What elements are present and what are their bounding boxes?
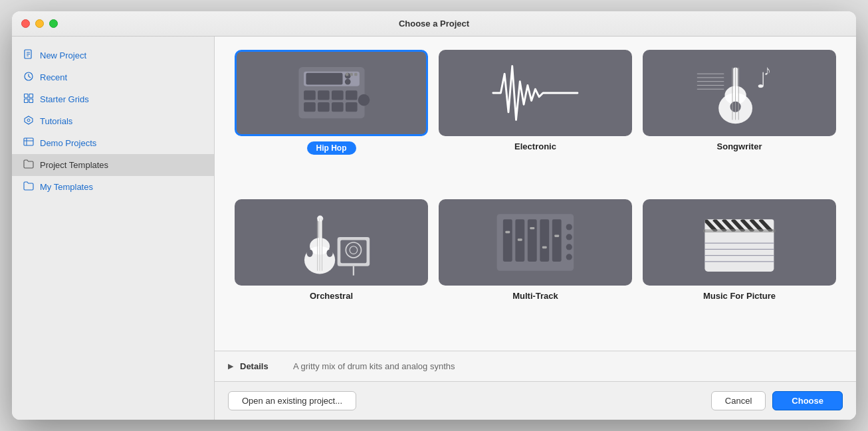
- svg-rect-26: [332, 102, 344, 112]
- svg-point-19: [344, 79, 350, 85]
- template-thumb-electronic: [439, 50, 632, 136]
- sidebar-item-tutorials[interactable]: Tutorials: [12, 110, 214, 132]
- svg-rect-69: [552, 219, 562, 262]
- svg-rect-75: [705, 229, 774, 272]
- svg-point-11: [27, 119, 30, 122]
- details-chevron-icon[interactable]: ▶: [228, 362, 233, 371]
- starter-grids-icon: [23, 93, 35, 106]
- title-bar: Choose a Project: [12, 11, 856, 37]
- svg-rect-61: [503, 219, 512, 262]
- template-label-songwriter: Songwriter: [717, 141, 762, 151]
- template-electronic[interactable]: Electronic: [439, 50, 632, 189]
- window-title: Choose a Project: [399, 19, 469, 29]
- svg-point-74: [566, 254, 572, 260]
- details-label: Details: [240, 361, 286, 371]
- svg-rect-68: [542, 246, 547, 248]
- sidebar-item-new-project[interactable]: New Project: [12, 44, 214, 66]
- svg-rect-7: [25, 94, 29, 98]
- svg-rect-56: [340, 240, 366, 263]
- content-area: New Project Recent: [12, 37, 856, 420]
- details-bar: ▶ Details A gritty mix of drum kits and …: [215, 351, 856, 381]
- svg-rect-23: [345, 91, 357, 100]
- new-project-icon: [23, 49, 35, 62]
- template-thumb-music-for-picture: [643, 199, 836, 286]
- svg-rect-31: [354, 73, 357, 76]
- svg-rect-9: [25, 99, 29, 103]
- svg-rect-20: [304, 91, 316, 100]
- svg-rect-17: [306, 73, 342, 85]
- svg-point-28: [358, 94, 370, 106]
- template-label-multi-track: Multi-Track: [512, 291, 558, 301]
- svg-point-71: [566, 224, 572, 230]
- sidebar-label-demo-projects: Demo Projects: [40, 138, 96, 148]
- svg-rect-27: [345, 102, 357, 112]
- close-button[interactable]: [21, 19, 30, 28]
- minimize-button[interactable]: [35, 19, 44, 28]
- template-thumb-hip-hop: [235, 50, 428, 136]
- choose-button[interactable]: Choose: [772, 391, 843, 410]
- template-label-hip-hop: Hip Hop: [307, 141, 356, 155]
- template-label-orchestral: Orchestral: [310, 291, 353, 301]
- svg-rect-89: [703, 229, 776, 232]
- footer: Open an existing project... Cancel Choos…: [215, 381, 856, 420]
- demo-projects-icon: [23, 137, 35, 149]
- svg-rect-70: [554, 234, 559, 236]
- sidebar-item-recent[interactable]: Recent: [12, 66, 214, 88]
- svg-rect-67: [540, 219, 549, 262]
- svg-rect-50: [318, 219, 322, 247]
- details-description: A gritty mix of drum kits and analog syn…: [293, 361, 455, 371]
- svg-rect-65: [528, 219, 537, 262]
- template-label-music-for-picture: Music For Picture: [703, 291, 776, 301]
- tutorials-icon: [23, 115, 35, 128]
- cancel-button[interactable]: Cancel: [711, 391, 766, 410]
- template-hip-hop[interactable]: Hip Hop: [235, 50, 428, 189]
- sidebar-label-tutorials: Tutorials: [40, 116, 72, 126]
- template-multi-track[interactable]: Multi-Track: [439, 199, 632, 338]
- svg-rect-12: [24, 138, 33, 145]
- svg-rect-10: [29, 99, 33, 103]
- traffic-lights: [21, 19, 58, 28]
- template-orchestral[interactable]: Orchestral: [235, 199, 428, 338]
- sidebar-label-project-templates: Project Templates: [40, 160, 108, 170]
- sidebar-label-recent: Recent: [40, 72, 67, 82]
- svg-text:♪: ♪: [764, 62, 770, 78]
- svg-rect-22: [332, 91, 344, 100]
- svg-rect-8: [29, 94, 33, 98]
- svg-rect-30: [350, 73, 352, 76]
- project-templates-icon: [23, 159, 35, 171]
- template-songwriter[interactable]: ♩ ♪ Songwriter: [643, 50, 836, 189]
- footer-right-buttons: Cancel Choose: [711, 391, 843, 410]
- sidebar-item-demo-projects[interactable]: Demo Projects: [12, 132, 214, 154]
- template-thumb-songwriter: ♩ ♪: [643, 50, 836, 136]
- templates-grid: Hip Hop Electronic: [215, 37, 856, 351]
- svg-point-49: [327, 249, 333, 257]
- maximize-button[interactable]: [49, 19, 58, 28]
- svg-rect-21: [318, 91, 330, 100]
- sidebar-item-my-templates[interactable]: My Templates: [12, 176, 214, 198]
- template-thumb-multi-track: [439, 199, 632, 286]
- svg-rect-62: [505, 230, 510, 232]
- sidebar: New Project Recent: [12, 37, 215, 420]
- sidebar-label-starter-grids: Starter Grids: [40, 94, 89, 104]
- svg-rect-64: [518, 238, 522, 240]
- svg-rect-29: [345, 73, 348, 76]
- svg-point-48: [307, 249, 313, 257]
- svg-rect-66: [530, 226, 534, 228]
- svg-line-6: [29, 76, 31, 78]
- template-label-electronic: Electronic: [514, 141, 556, 151]
- window: Choose a Project New Project: [12, 11, 856, 420]
- sidebar-label-my-templates: My Templates: [40, 182, 93, 192]
- svg-rect-24: [304, 102, 316, 112]
- recent-icon: [23, 71, 35, 84]
- my-templates-icon: [23, 181, 35, 193]
- svg-point-72: [566, 234, 572, 240]
- svg-rect-25: [318, 102, 330, 112]
- sidebar-item-starter-grids[interactable]: Starter Grids: [12, 88, 214, 110]
- open-existing-button[interactable]: Open an existing project...: [228, 391, 356, 410]
- sidebar-label-new-project: New Project: [40, 50, 86, 60]
- sidebar-item-project-templates[interactable]: Project Templates: [12, 154, 214, 176]
- template-music-for-picture[interactable]: Music For Picture: [643, 199, 836, 338]
- template-thumb-orchestral: [235, 199, 428, 286]
- svg-point-73: [566, 244, 572, 250]
- main-content: Hip Hop Electronic: [215, 37, 856, 420]
